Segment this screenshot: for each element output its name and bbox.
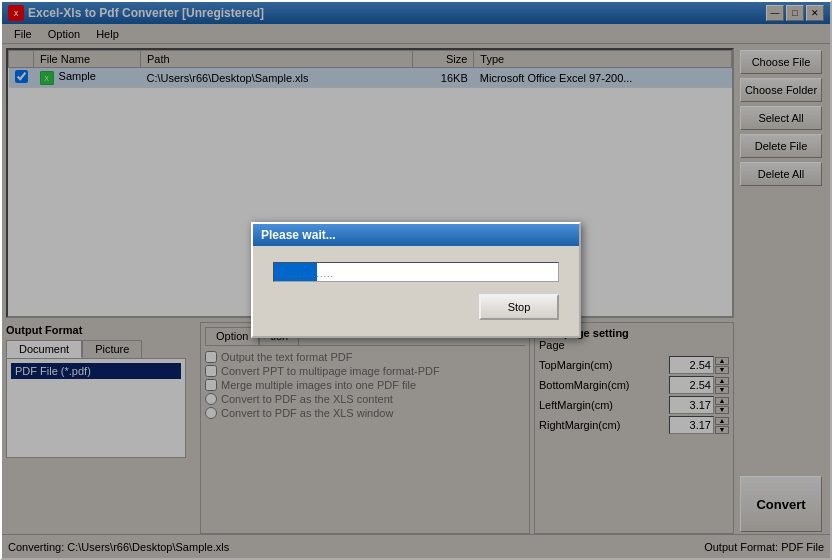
- modal-title-bar: Please wait...: [253, 224, 579, 246]
- modal-title: Please wait...: [261, 228, 336, 242]
- modal-overlay: Please wait... ................ Stop: [2, 2, 830, 558]
- stop-button[interactable]: Stop: [479, 294, 559, 320]
- progress-dots: ................: [278, 269, 334, 279]
- progress-bar-container: ................: [273, 262, 559, 282]
- modal-dialog: Please wait... ................ Stop: [251, 222, 581, 338]
- modal-body: ................ Stop: [253, 246, 579, 336]
